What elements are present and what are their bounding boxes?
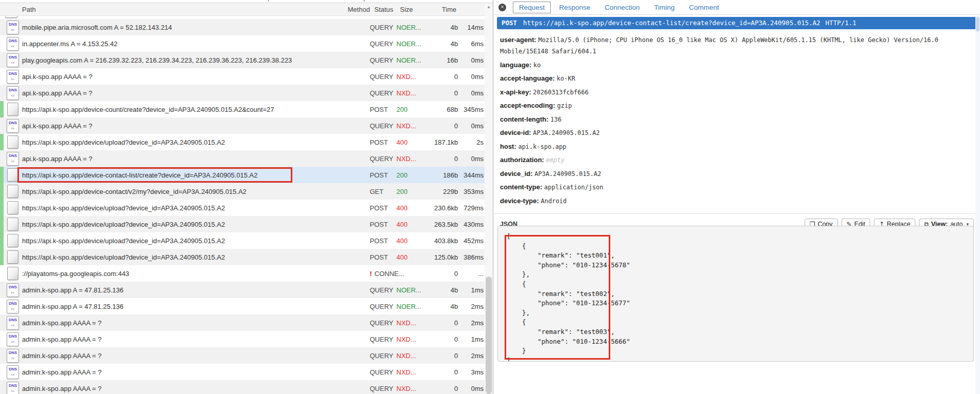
table-row[interactable]: DNS⇔api.k-spo.app AAAA = ?QUERYNXD...00m… [0,68,493,85]
row-path: admin.k-spo.app AAAA = ? [22,336,370,343]
table-row[interactable]: DNS⇔in.appcenter.ms A = 4.153.25.42QUERY… [0,35,493,52]
row-time: 0ms [458,155,484,163]
table-row[interactable]: DNS⇔admin.k-spo.app AAAA = ?QUERYNXD...0… [0,364,493,380]
row-method: QUERY [370,40,396,48]
row-size: 0 [422,155,458,163]
request-line[interactable]: POSThttps://api.k-spo.app/device-contact… [497,17,976,29]
row-size: 403.8kb [422,237,458,245]
column-header-status[interactable]: Status [374,6,400,13]
row-path: https://api.k-spo.app/device-count/creat… [22,106,370,113]
row-path: https://api.k-spo.app/device/upload?devi… [22,139,370,146]
request-indicator [0,200,4,216]
scrollbar-up-arrow[interactable]: ▲ [485,3,493,11]
request-indicator [0,134,4,150]
row-size: 0 [422,319,458,327]
row-path: api.k-spo.app AAAA = ? [22,122,370,130]
toolbar-item-interception[interactable]: Interception [345,0,377,2]
row-status: NXD... [396,89,422,97]
table-row[interactable]: DNS⇔play.googleapis.com A = 216.239.32.2… [0,52,493,68]
row-method: QUERY [370,336,396,343]
close-icon[interactable]: × [498,4,506,11]
toolbar-item-flow-modification[interactable]: Flow Modification [67,0,114,2]
list-scrollbar[interactable]: ▲ [485,3,493,394]
row-size: 187.1kb [422,139,458,146]
table-row[interactable]: DNS⇔api.k-spo.app AAAA = ?QUERYNXD...00m… [0,85,493,101]
table-row[interactable]: DNS⇔admin.k-spo.app AAAA = ?QUERYNXD...0… [0,331,493,347]
dns-icon: DNS⇔ [7,21,19,34]
request-indicator [0,85,4,101]
table-row[interactable]: DNS⇔admin.k-spo.app A = 47.81.25.136QUER… [0,298,493,314]
request-body-viewer[interactable]: [ { "remark": "test001", "phone": "010-1… [497,226,974,362]
tab-comment[interactable]: Comment [683,2,725,13]
table-row[interactable]: DNS⇔admin.k-spo.app A = 47.81.25.136QUER… [0,282,493,298]
session-list-panel: Flow ModificationExportInterception Path… [0,0,493,394]
row-status: NXD... [396,336,422,343]
table-row[interactable]: https://api.k-spo.app/device/upload?devi… [0,232,493,249]
row-size: 0 [422,122,458,130]
row-path: admin.k-spo.app AAAA = ? [22,368,370,376]
table-row[interactable]: DNS⇔admin.k-spo.app AAAA = ?QUERYNXD...0… [0,314,493,331]
row-method: POST [370,139,396,146]
request-url: https://api.k-spo.app/device-contact-lis… [523,19,820,27]
table-row[interactable]: DNS⇔api.k-spo.app AAAA = ?QUERYNXD...00m… [0,117,493,134]
header-name: content-type [500,183,540,191]
row-time: 6ms [458,40,484,48]
document-icon [7,103,18,116]
table-row[interactable]: DNS⇔admin.k-spo.app AAAA = ?QUERYNXD...0… [0,347,493,364]
table-row[interactable]: https://api.k-spo.app/device/upload?devi… [0,134,493,150]
row-status: 200 [396,188,422,195]
header-line: device-type: Android [500,195,973,207]
row-method: QUERY [370,122,396,130]
header-name: accept-language [500,74,553,82]
row-size: 263.5kb [422,221,458,228]
row-size: 229b [422,188,458,195]
table-row[interactable]: ://playatoms-pa.googleapis.com:443!CONNE… [0,265,493,282]
request-indicator [0,347,4,364]
row-status: 400 [396,253,422,261]
tab-timing[interactable]: Timing [648,2,681,13]
toolbar-item-export[interactable]: Export [261,0,278,2]
table-row[interactable]: https://api.k-spo.app/device/upload?devi… [0,216,493,232]
detail-scrollbar[interactable] [975,15,980,394]
row-time: 1ms [458,336,484,343]
row-path: play.googleapis.com A = 216.239.32.223, … [22,56,370,64]
table-row[interactable]: DNS⇔admin.k-spo.app AAAA = ?QUERYNXD...0… [0,380,493,394]
header-line: content-type: application/json [500,182,973,193]
detail-scrollbar-thumb[interactable] [976,17,979,31]
request-indicator [0,19,4,35]
document-icon [7,267,18,280]
table-row[interactable]: DNS⇔mobile.pipe.aria.microsoft.com A = 5… [0,19,493,35]
column-header-path[interactable]: Path [0,6,348,13]
row-size: 230.6kb [422,204,458,212]
row-time: 353ms [458,188,484,195]
tab-connection[interactable]: Connection [598,2,646,13]
tab-response[interactable]: Response [553,2,596,13]
row-size: 0 [422,385,458,392]
tab-request[interactable]: Request [513,2,551,13]
dns-icon: DNS⇔ [7,382,19,394]
header-line: authorization: empty [500,154,973,166]
row-method: POST [370,106,396,113]
table-row[interactable]: https://api.k-spo.app/device-count/creat… [0,101,493,117]
column-header-size[interactable]: Size [400,6,436,13]
row-time: 345ms [458,106,484,113]
table-row[interactable]: https://api.k-spo.app/device/upload?devi… [0,249,493,265]
row-size: 4b [422,24,458,31]
header-value: Mozilla/5.0 (iPhone; CPU iPhone OS 16_0 … [500,36,938,55]
row-status: 400 [396,221,422,228]
row-size: 186b [422,171,458,179]
row-time: 2ms [458,303,484,310]
table-row[interactable]: https://api.k-spo.app/device-contact-lis… [0,167,493,183]
row-method: POST [370,237,396,245]
table-row[interactable]: https://api.k-spo.app/device-contact/v2/… [0,183,493,200]
row-time: 386ms [458,253,484,261]
table-row[interactable]: https://api.k-spo.app/device/upload?devi… [0,200,493,216]
table-row[interactable]: DNS⇔api.k-spo.app AAAA = ?QUERYNXD...00m… [0,150,493,167]
column-header-time[interactable]: Time [436,6,462,13]
row-path: mobile.pipe.aria.microsoft.com A = 52.18… [22,24,370,31]
row-time: 0ms [458,89,484,97]
scrollbar-thumb[interactable] [486,277,492,394]
dns-icon: DNS⇔ [7,283,19,297]
annotation-box-selected-row [17,167,292,183]
column-header-method[interactable]: Method [348,6,374,13]
